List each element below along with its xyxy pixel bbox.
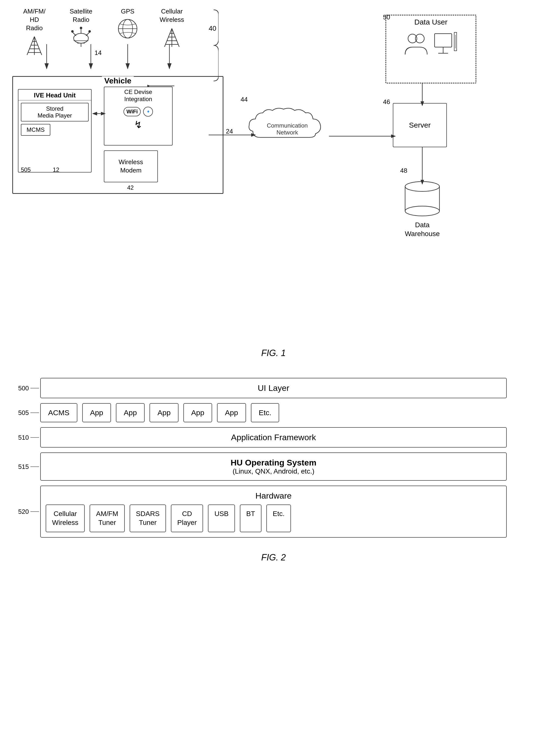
os-line2: (Linux, QNX, Android, etc.) — [51, 467, 496, 475]
svg-point-11 — [71, 30, 74, 33]
source-arrows — [22, 44, 199, 79]
ui-layer-row: 500 UI Layer — [40, 378, 507, 398]
gps-label: GPS — [113, 7, 142, 41]
os-line1: HU Operating System — [51, 458, 496, 467]
hw-cellular: CellularWireless — [46, 504, 85, 532]
label-48: 48 — [400, 167, 407, 174]
svg-line-10 — [86, 32, 90, 36]
app-box-4: App — [183, 403, 212, 422]
svg-point-46 — [405, 206, 440, 216]
app-box-2: App — [116, 403, 145, 422]
hw-etc: Etc. — [266, 504, 291, 532]
svg-text:Communication: Communication — [267, 122, 308, 129]
os-layer-row: 515 HU Operating System (Linux, QNX, And… — [40, 452, 507, 481]
app-box-1: App — [82, 403, 111, 422]
vehicle-label: Vehicle — [102, 76, 134, 85]
hw-usb: USB — [208, 504, 235, 532]
hw-bt: BT — [240, 504, 261, 532]
hw-sdars: SDARSTuner — [130, 504, 166, 532]
modem-box: WirelessModem — [104, 150, 158, 182]
apps-row-container: 505 ACMS App App App App App Etc. — [40, 403, 507, 422]
brace-40 — [194, 7, 218, 86]
ui-layer-box: UI Layer — [40, 378, 507, 398]
hw-items: CellularWireless AM/FMTuner SDARSTuner C… — [46, 504, 501, 532]
appfw-layer-row: 510 Application Framework — [40, 427, 507, 448]
comm-to-server-arrow — [329, 131, 398, 141]
people-icon — [404, 31, 428, 56]
os-box: HU Operating System (Linux, QNX, Android… — [40, 452, 507, 481]
fig1-caption: FIG. 1 — [261, 348, 286, 358]
apps-flex: ACMS App App App App App Etc. — [40, 403, 507, 422]
computer-icon — [433, 31, 458, 56]
label-42: 42 — [127, 184, 134, 191]
user-icons — [404, 31, 458, 56]
cylinder-icon — [400, 179, 444, 218]
bt-icon: 🔹 — [143, 107, 153, 117]
stored-media-box: StoredMedia Player — [21, 103, 89, 121]
data-user-box: Data User — [386, 15, 476, 83]
appfw-box: Application Framework — [40, 427, 507, 448]
ive-label: IVE Head Unit — [18, 90, 91, 100]
label-50: 50 — [383, 13, 390, 21]
fig2-caption: FIG. 2 — [40, 552, 507, 563]
label-44: 44 — [240, 96, 248, 103]
etc-box-apps: Etc. — [251, 403, 280, 422]
server-label: Server — [409, 121, 431, 129]
usb-icon: ↯ — [104, 119, 172, 130]
label-505-fig1: 505 — [21, 166, 31, 173]
cellular-label: CellularWireless — [152, 7, 191, 49]
ive-ce-arrow — [92, 109, 106, 119]
svg-rect-49 — [435, 34, 452, 47]
gps-globe-icon — [117, 18, 139, 40]
svg-point-13 — [80, 27, 82, 29]
ive-box: IVE Head Unit StoredMedia Player MCMS 50… — [18, 89, 92, 172]
fig1-diagram: AM/FM/HDRadio SatelliteRadio — [0, 0, 547, 368]
500-line — [18, 386, 40, 391]
mcms-box: MCMS — [21, 124, 50, 136]
svg-line-9 — [72, 32, 76, 36]
hw-amfm: AM/FMTuner — [90, 504, 124, 532]
cellular-to-ce-arrow — [147, 81, 177, 91]
520-line — [18, 509, 40, 514]
user-to-server-arrow — [417, 83, 427, 108]
515-line — [18, 464, 40, 469]
label-46: 46 — [383, 98, 390, 106]
satellite-label: SatelliteRadio — [61, 7, 101, 49]
hw-cd: CDPlayer — [171, 504, 203, 532]
vehicle-box: Vehicle IVE Head Unit StoredMedia Player… — [12, 76, 223, 194]
svg-point-12 — [88, 30, 91, 33]
label-12-fig1: 12 — [53, 166, 59, 173]
app-box-5: App — [217, 403, 246, 422]
dw-label: Data Warehouse — [398, 221, 447, 239]
data-warehouse: Data Warehouse — [398, 179, 447, 239]
comm-network: Communication Network — [245, 106, 329, 155]
modem-label: WirelessModem — [119, 158, 143, 175]
server-box: Server — [393, 103, 447, 147]
app-box-3: App — [149, 403, 178, 422]
505-line — [18, 410, 40, 415]
wifi-badge: WiFi — [123, 107, 141, 116]
acms-box: ACMS — [40, 403, 77, 422]
data-user-label: Data User — [414, 18, 447, 26]
510-line — [18, 435, 40, 440]
hw-label: Hardware — [46, 491, 501, 501]
svg-text:Network: Network — [277, 129, 298, 136]
fig2-diagram: 500 UI Layer 505 ACMS App App App App Ap… — [0, 368, 547, 572]
ce-box: CE DeviseIntegration WiFi 🔹 ↯ — [104, 87, 172, 146]
svg-point-7 — [74, 33, 88, 43]
ce-icons: WiFi 🔹 — [104, 104, 172, 119]
hw-row: 520 Hardware CellularWireless AM/FMTuner… — [40, 486, 507, 538]
hw-outer-box: Hardware CellularWireless AM/FMTuner SDA… — [40, 486, 507, 538]
svg-point-43 — [405, 182, 440, 191]
cloud-icon: Communication Network — [245, 106, 329, 145]
